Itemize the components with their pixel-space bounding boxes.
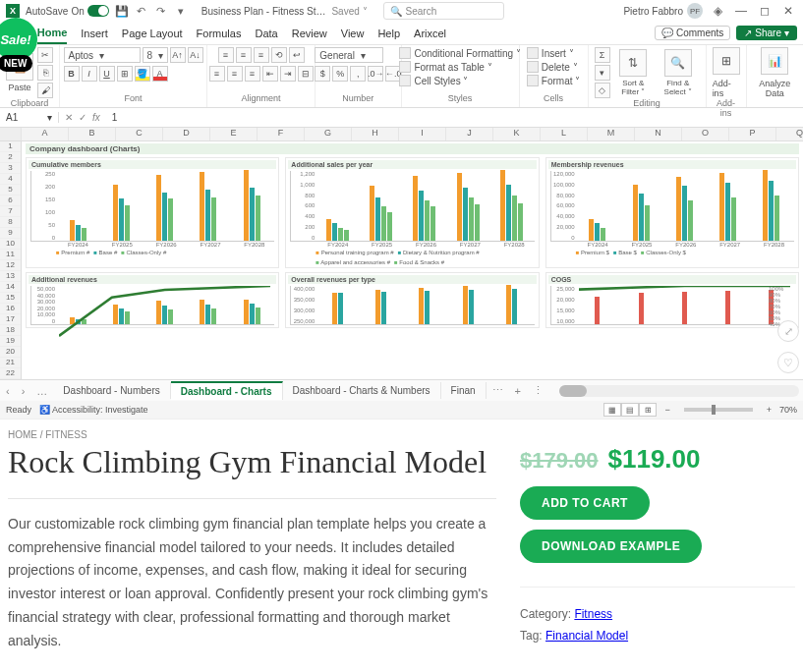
row-header[interactable]: 21 xyxy=(0,358,21,368)
wrap-text-icon[interactable]: ↩ xyxy=(289,47,305,63)
new-sheet-button[interactable]: + xyxy=(509,385,527,397)
column-header[interactable]: N xyxy=(635,128,682,140)
column-header[interactable]: C xyxy=(116,128,163,140)
clear-icon[interactable]: ◇ xyxy=(595,83,610,98)
accessibility-status[interactable]: ♿ Accessibility: Investigate xyxy=(39,405,148,415)
zoom-out-button[interactable]: − xyxy=(664,405,669,415)
qat-dropdown-icon[interactable]: ▾ xyxy=(174,4,188,18)
format-cells-button[interactable]: Format ˅ xyxy=(527,75,580,86)
redo-icon[interactable]: ↷ xyxy=(154,4,168,18)
row-header[interactable]: 8 xyxy=(0,217,21,228)
tab-formulas[interactable]: Formulas xyxy=(197,24,242,43)
merge-icon[interactable]: ⊟ xyxy=(298,66,314,82)
page-layout-view-icon[interactable]: ▤ xyxy=(621,403,639,417)
comma-icon[interactable]: , xyxy=(350,66,366,82)
number-format-select[interactable]: General▾ xyxy=(315,47,383,63)
autosum-icon[interactable]: Σ xyxy=(595,47,610,63)
increase-font-icon[interactable]: A↑ xyxy=(170,47,186,63)
column-header[interactable]: G xyxy=(305,128,352,140)
column-header[interactable]: L xyxy=(541,128,588,140)
autosave-toggle[interactable]: AutoSave On xyxy=(26,5,109,17)
save-icon[interactable]: 💾 xyxy=(115,4,129,18)
underline-button[interactable]: U xyxy=(99,66,115,82)
download-example-button[interactable]: DOWNLOAD EXAMPLE xyxy=(520,530,702,563)
row-header[interactable]: 2 xyxy=(0,152,21,163)
search-input[interactable]: 🔍 Search xyxy=(383,2,504,20)
row-header[interactable]: 1 xyxy=(0,141,21,152)
sheet-tabs-menu-icon[interactable]: ⋮ xyxy=(527,384,549,397)
cell-styles-button[interactable]: Cell Styles ˅ xyxy=(399,75,468,86)
insert-cells-button[interactable]: Insert ˅ xyxy=(527,47,574,59)
row-header[interactable]: 11 xyxy=(0,250,21,260)
horizontal-scrollbar[interactable] xyxy=(559,385,799,397)
column-header[interactable]: K xyxy=(493,128,541,140)
sheet-tab[interactable]: Dashboard - Numbers xyxy=(53,382,170,399)
column-header[interactable]: O xyxy=(682,128,729,140)
column-header[interactable]: M xyxy=(588,128,635,140)
comments-button[interactable]: 💬 Comments xyxy=(655,26,730,40)
sheet-tab[interactable]: Dashboard - Charts & Numbers xyxy=(283,382,441,399)
fx-icon[interactable]: fx xyxy=(92,112,100,123)
column-header[interactable]: A xyxy=(22,128,69,140)
close-icon[interactable]: ✕ xyxy=(779,2,797,20)
tag-link[interactable]: Financial Model xyxy=(545,629,628,643)
tab-home[interactable]: Home xyxy=(37,23,68,44)
sheet-nav-prev[interactable]: ‹ xyxy=(0,385,16,397)
add-to-cart-button[interactable]: ADD TO CART xyxy=(520,486,650,520)
spreadsheet-grid[interactable]: ABCDEFGHIJKLMNOPQ 1234567891011121314151… xyxy=(0,128,803,379)
analyze-data-icon[interactable]: 📊 xyxy=(761,47,788,75)
row-header[interactable]: 17 xyxy=(0,314,21,325)
border-icon[interactable]: ⊞ xyxy=(117,66,133,82)
row-header[interactable]: 14 xyxy=(0,282,21,293)
italic-button[interactable]: I xyxy=(82,66,97,82)
row-header[interactable]: 22 xyxy=(0,368,21,379)
conditional-formatting-button[interactable]: Conditional Formatting ˅ xyxy=(399,47,520,59)
diamond-icon[interactable]: ◈ xyxy=(709,2,726,20)
column-header[interactable]: I xyxy=(399,128,446,140)
maximize-icon[interactable]: ◻ xyxy=(756,2,774,20)
currency-icon[interactable]: $ xyxy=(315,66,330,82)
tab-view[interactable]: View xyxy=(341,24,365,43)
breadcrumb-category[interactable]: FITNESS xyxy=(45,429,86,440)
row-header[interactable]: 10 xyxy=(0,239,21,250)
user-account[interactable]: Pietro Fabbro PF xyxy=(623,3,703,19)
decrease-font-icon[interactable]: A↓ xyxy=(188,47,203,63)
name-box[interactable]: A1 ▾ xyxy=(0,112,59,123)
column-header[interactable]: P xyxy=(729,128,776,140)
fill-color-icon[interactable]: 🪣 xyxy=(135,66,150,82)
align-middle-icon[interactable]: ≡ xyxy=(236,47,252,63)
row-header[interactable]: 20 xyxy=(0,347,21,358)
row-header[interactable]: 19 xyxy=(0,336,21,347)
row-header[interactable]: 5 xyxy=(0,185,21,196)
align-top-icon[interactable]: ≡ xyxy=(218,47,234,63)
sheet-nav-next[interactable]: › xyxy=(16,385,31,397)
copy-icon[interactable]: ⎘ xyxy=(37,65,53,81)
tab-insert[interactable]: Insert xyxy=(81,24,108,43)
align-bottom-icon[interactable]: ≡ xyxy=(254,47,269,63)
saved-indicator[interactable]: Saved ˅ xyxy=(331,6,367,17)
zoom-float-icon[interactable]: ⤢ xyxy=(777,320,799,342)
row-header[interactable]: 4 xyxy=(0,174,21,185)
format-painter-icon[interactable]: 🖌 xyxy=(37,83,53,98)
sheet-tab-active[interactable]: Dashboard - Charts xyxy=(171,381,283,400)
addins-icon[interactable]: ⊞ xyxy=(713,47,740,75)
align-center-icon[interactable]: ≡ xyxy=(227,66,243,82)
row-header[interactable]: 6 xyxy=(0,196,21,206)
font-family-select[interactable]: Aptos▾ xyxy=(64,47,141,63)
row-header[interactable]: 13 xyxy=(0,271,21,282)
formula-value[interactable]: 1 xyxy=(106,112,124,123)
heart-float-icon[interactable]: ♡ xyxy=(777,352,799,373)
column-header[interactable]: E xyxy=(210,128,258,140)
row-headers[interactable]: 12345678910111213141516171819202122 xyxy=(0,141,22,379)
tab-page-layout[interactable]: Page Layout xyxy=(122,24,183,43)
format-as-table-button[interactable]: Format as Table ˅ xyxy=(399,61,491,73)
cut-icon[interactable]: ✂ xyxy=(37,47,53,63)
column-header[interactable]: H xyxy=(352,128,399,140)
column-header[interactable]: Q xyxy=(776,128,803,140)
undo-icon[interactable]: ↶ xyxy=(135,4,148,18)
column-header[interactable]: J xyxy=(446,128,493,140)
row-header[interactable]: 18 xyxy=(0,325,21,336)
increase-indent-icon[interactable]: ⇥ xyxy=(280,66,296,82)
row-header[interactable]: 12 xyxy=(0,260,21,271)
zoom-in-button[interactable]: + xyxy=(767,405,772,415)
